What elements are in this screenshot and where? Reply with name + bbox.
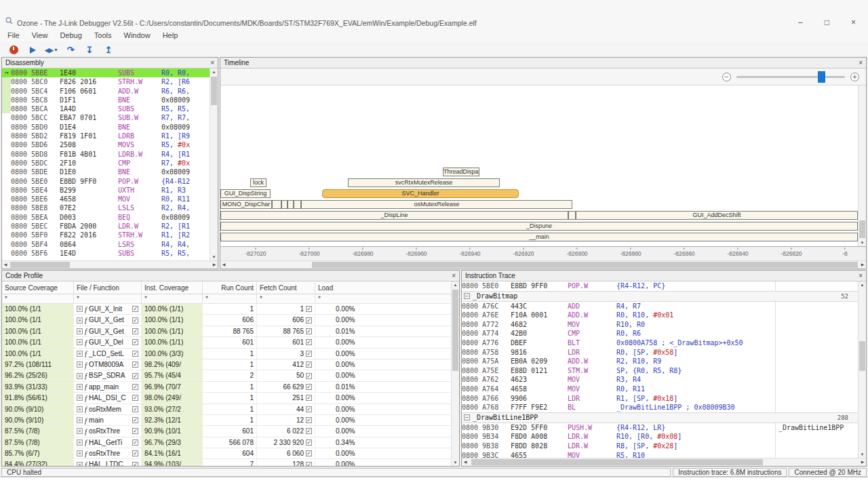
toolbar-power-button[interactable] <box>7 43 20 57</box>
checkbox-checked[interactable]: ✓ <box>132 328 138 334</box>
scroll-up-icon[interactable]: ▲ <box>452 281 459 288</box>
column-header-load[interactable]: Load <box>315 281 452 294</box>
scroll-right-icon[interactable]: ▶ <box>211 261 218 269</box>
flame-bar-osmutexrelease[interactable]: osMutexRelease <box>301 200 572 209</box>
disasm-row[interactable]: 0800 5BC0F826 2016STRH.WR2, [R6 <box>2 77 210 86</box>
scroll-up-icon[interactable]: ▲ <box>210 69 218 75</box>
trace-row[interactable]: 0800 9B34F8D0 A008LDR.WR10, [R0, #0x08] <box>462 432 859 442</box>
flame-bar-displine[interactable]: _DispLine <box>220 211 568 220</box>
column-header-fetch-count[interactable]: Fetch Count <box>257 281 315 294</box>
scroll-down-icon[interactable]: ▼ <box>210 254 218 260</box>
trace-row[interactable]: 0800 A7724682MOVR10, R0 <box>462 320 859 330</box>
code-profile-row[interactable]: 84.4% (27/32)+fHAL_LTDC✓94.9% (103/7128✓… <box>2 459 452 466</box>
expand-icon[interactable]: + <box>77 361 83 368</box>
column-header-source-coverage[interactable]: Source Coverage <box>2 281 74 294</box>
scroll-thumb[interactable] <box>452 290 458 371</box>
menu-debug[interactable]: Debug <box>60 31 81 39</box>
trace-row[interactable]: 0800 5BE0E8BD 9FF0POP.W{R4-R12, PC} <box>462 281 859 291</box>
scroll-up-icon[interactable]: ▲ <box>859 281 866 288</box>
checkbox-checked[interactable]: ✓ <box>132 417 138 423</box>
menu-file[interactable]: File <box>7 31 20 39</box>
toolbar-step-over-button[interactable]: ↷ <box>64 43 77 57</box>
code-profile-row[interactable]: 87.5% (7/8)+fHAL_GetTi✓96.7% (29/3566 07… <box>2 437 452 448</box>
toolbar-run-button[interactable] <box>26 43 39 57</box>
zoom-out-button[interactable]: − <box>722 73 731 81</box>
disasm-row[interactable]: 0800 5BDED1E0BNE0x08009 <box>2 168 210 176</box>
flame-bar[interactable] <box>568 211 576 220</box>
disasm-row[interactable]: 0800 5BD62508MOVSR5, #0x <box>2 140 210 149</box>
checkbox-checked[interactable]: ✓ <box>306 328 312 334</box>
code-profile-row[interactable]: 100.0% (1/1+f_LCD_SetL✓100.0% (3/3)13✓0.… <box>2 349 452 359</box>
scroll-down-icon[interactable]: ▼ <box>859 239 866 246</box>
code-profile-row[interactable]: 93.9% (31/33)+fapp_main✓96.9% (70/7166 6… <box>2 382 452 393</box>
checkbox-checked[interactable]: ✓ <box>306 462 312 466</box>
trace-group-header[interactable]: −_DrawBitLine1BPP288 <box>462 412 859 423</box>
trace-row[interactable]: 0800 9B30E92D 5FF0PUSH.W{R4-R12, LR}_Dra… <box>462 423 859 433</box>
disassembly-hscrollbar[interactable]: ◀ ▶ <box>2 260 218 269</box>
disasm-row[interactable]: 0800 5BCCEBA7 0701SUB.WR7, R7, <box>2 113 210 122</box>
disasm-row[interactable]: 0800 5BDC2F10CMPR7, #0x <box>2 159 210 168</box>
instruction-trace-hscrollbar[interactable]: ◀ ▶ <box>462 458 866 466</box>
scroll-right-icon[interactable]: ▶ <box>859 261 866 269</box>
checkbox-checked[interactable]: ✓ <box>306 428 312 434</box>
scroll-thumb[interactable] <box>471 459 763 465</box>
disasm-row[interactable]: 0800 5BF61E4DSUBSR5, R5, <box>2 249 210 258</box>
flame-bar-dispune[interactable]: _Dispune <box>220 222 858 231</box>
checkbox-checked[interactable]: ✓ <box>132 428 138 434</box>
flame-bar[interactable] <box>288 200 294 209</box>
filter-cell[interactable]: * <box>203 294 257 303</box>
checkbox-checked[interactable]: ✓ <box>306 306 312 312</box>
close-icon[interactable]: × <box>859 273 863 279</box>
disassembly-vscrollbar[interactable]: ▲ ▼ <box>210 69 218 260</box>
expand-icon[interactable]: + <box>77 373 83 379</box>
checkbox-checked[interactable]: ✓ <box>306 339 312 345</box>
expand-icon[interactable]: + <box>77 428 83 434</box>
toolbar-reset-run-button[interactable]: ◀▶▼ <box>45 43 58 57</box>
checkbox-checked[interactable]: ✓ <box>132 339 138 345</box>
scroll-right-icon[interactable]: ▶ <box>859 458 866 466</box>
code-profile-row[interactable]: 100.0% (1/1+fGUI_X_Get✓100.0% (1/1)88 76… <box>2 326 452 337</box>
trace-row[interactable]: 0800 A75AEB0A 0209ADD.WR2, R10, R9 <box>462 357 859 366</box>
maximize-button[interactable]: □ <box>825 18 829 27</box>
trace-row[interactable]: 0800 A7589816LDRR0, [SP, #0x58] <box>462 348 859 357</box>
close-icon[interactable]: × <box>210 60 214 66</box>
checkbox-checked[interactable]: ✓ <box>132 439 138 446</box>
disasm-row[interactable]: 0800 5BE64658MOVR0, R11 <box>2 195 210 203</box>
scroll-left-icon[interactable]: ◀ <box>220 261 227 269</box>
trace-row[interactable]: 0800 A75EE88D 0121STM.WSP, {R0, R5, R8} <box>462 366 859 376</box>
expand-icon[interactable]: + <box>77 406 83 412</box>
disasm-row[interactable]: 0800 5BF0F822 2016STRH.WR1, [R2 <box>2 231 210 239</box>
close-button[interactable]: × <box>851 18 856 27</box>
disasm-row[interactable]: 0800 5BE0E8BD 9FF0POP.W{R4-R12 <box>2 177 210 186</box>
code-profile-row[interactable]: 87.5% (7/8)+fosRtxThre✓90.9% (10/16016 0… <box>2 426 452 437</box>
trace-row[interactable]: 0800 A77442B0CMPR0, R6 <box>462 329 859 338</box>
checkbox-checked[interactable]: ✓ <box>132 306 138 312</box>
toolbar-step-out-button[interactable]: ↥ <box>102 43 115 57</box>
instruction-trace-vscrollbar[interactable]: ▲ ▼ <box>858 281 866 458</box>
close-icon[interactable]: × <box>859 60 863 66</box>
filter-cell[interactable]: * <box>142 294 203 303</box>
code-profile-row[interactable]: 90.0% (9/10)+fosRtxMem✓93.0% (27/2144✓0.… <box>2 404 452 415</box>
scroll-left-icon[interactable]: ◀ <box>2 261 9 269</box>
expand-icon[interactable]: + <box>77 351 83 357</box>
disasm-row[interactable]: →0800 5BBE1E40SUBSR0, R0, <box>2 69 210 77</box>
zoom-slider-track[interactable] <box>736 76 845 78</box>
checkbox-checked[interactable]: ✓ <box>132 384 138 390</box>
disasm-row[interactable]: 0800 5BC8D1F1BNE0x08009 <box>2 96 210 104</box>
trace-group-header[interactable]: −_DrawBitmap52 <box>462 291 859 302</box>
disasm-row[interactable]: 0800 5BCA1A4DSUBSR5, R5, <box>2 104 210 113</box>
checkbox-checked[interactable]: ✓ <box>306 450 312 456</box>
scroll-down-icon[interactable]: ▼ <box>859 451 866 458</box>
disasm-row[interactable]: 0800 5BEAD003BEQ0x08009 <box>2 213 210 222</box>
checkbox-checked[interactable]: ✓ <box>306 439 312 446</box>
menu-help[interactable]: Help <box>163 31 178 39</box>
scroll-thumb[interactable] <box>211 77 217 105</box>
scroll-down-icon[interactable]: ▼ <box>452 459 459 466</box>
trace-row[interactable]: 0800 9B3C4655MOVR5, R10 <box>462 451 859 458</box>
toolbar-step-into-button[interactable]: ↧ <box>83 43 96 57</box>
checkbox-checked[interactable]: ✓ <box>306 406 312 412</box>
expand-icon[interactable]: + <box>77 384 83 390</box>
column-header-file-function[interactable]: File / Function <box>74 281 142 294</box>
checkbox-checked[interactable]: ✓ <box>306 373 312 379</box>
checkbox-checked[interactable]: ✓ <box>306 384 312 390</box>
